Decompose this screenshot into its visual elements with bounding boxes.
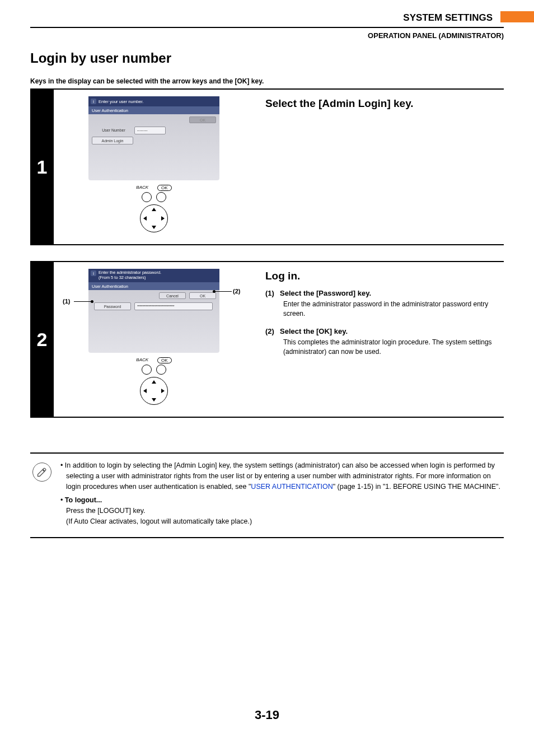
screen-title-wrap: Enter the administrator password. (From … [99,270,161,280]
substep-label: Select the [OK] key. [280,327,348,335]
notes-block: In addition to login by selecting the [A… [30,452,504,538]
arrow-left-icon [143,389,147,393]
user-number-label: User Number [94,127,133,134]
callout-2-label: (2) [233,288,240,295]
screen-titlebar: i Enter your user number. [88,96,219,106]
ok-label: OK [157,185,172,191]
ok-button-physical[interactable] [156,192,166,202]
rule [30,537,504,538]
note-1b: " (page 1-15) in "1. BEFORE USING THE MA… [333,483,500,491]
callout-dot [91,300,93,303]
step-number: 2 [30,262,54,417]
substep-num: (2) [265,327,280,335]
substep-label: Select the [Password] key. [280,289,371,297]
step-2: 2 i Enter the administrator password. (F… [30,261,504,418]
step-title: Select the [Admin Login] key. [265,97,504,110]
password-button[interactable]: Password [94,302,131,310]
step-number: 1 [30,90,54,244]
password-field[interactable]: ************************************ [134,302,213,310]
note-2-line1: Press the [LOGOUT] key. [66,507,145,515]
callout-line [215,291,232,292]
ok-button[interactable]: OK [189,292,216,299]
panel-controls: BACK OK [88,357,219,405]
rule [30,88,504,90]
back-label: BACK [136,185,148,191]
note-2-title: To logout... [65,496,102,504]
substep-2: (2)Select the [OK] key. [265,327,504,335]
step-1: 1 i Enter your user number. User Authent… [30,88,504,245]
note-item-2: To logout... Press the [LOGOUT] key. (If… [60,495,504,526]
arrow-left-icon [143,216,147,221]
rule [30,244,504,245]
rule [30,417,504,418]
header-accent [500,11,534,22]
screen-illustration: i Enter the administrator password. (Fro… [88,269,219,353]
back-button[interactable] [142,365,152,375]
arrow-right-icon [161,389,165,393]
panel-controls: BACK OK [88,185,219,232]
user-number-field[interactable]: -------- [134,127,166,134]
arrow-down-icon [152,398,156,402]
step-instruction: Select the [Admin Login] key. [265,97,504,116]
substep-desc: Enter the administrator password in the … [283,300,504,319]
note-2-line2: (If Auto Clear activates, logout will au… [66,517,252,525]
info-icon: i [91,270,96,276]
screen-subtitlebar: User Authentication [88,106,219,114]
user-auth-link[interactable]: USER AUTHENTICATION [251,483,332,491]
section-title: SYSTEM SETTINGS [403,12,493,24]
page-title: Login by user number [30,50,171,66]
substep-num: (1) [265,289,280,297]
pencil-icon [32,463,51,482]
note-item-1: In addition to login by selecting the [A… [60,460,504,492]
info-icon: i [91,99,96,104]
back-label: BACK [136,357,148,363]
arrow-right-icon [161,216,165,221]
page-number: 3-19 [0,708,534,722]
rule [30,261,504,262]
notes-text: In addition to login by selecting the [A… [60,460,504,530]
dpad[interactable] [140,377,168,405]
page-intro: Keys in the display can be selected with… [30,77,264,85]
callout-line [74,301,92,302]
arrow-up-icon [152,380,156,384]
subsection-title: OPERATION PANEL (ADMINISTRATOR) [368,31,504,40]
substep-desc: This completes the administrator login p… [283,338,504,357]
substep-1: (1)Select the [Password] key. [265,289,504,297]
admin-login-button[interactable]: Admin Login [92,137,133,144]
step-instruction: Log in. (1)Select the [Password] key. En… [265,270,504,365]
header-rule [30,27,504,28]
step-title: Log in. [265,270,504,282]
arrow-down-icon [152,226,156,229]
ok-label: OK [157,357,172,363]
callout-dot [213,290,216,293]
screen-subtitlebar: User Authentication [88,282,219,290]
screen-title-line1: Enter the administrator password. [99,270,161,275]
callout-1-label: (1) [63,298,70,305]
dpad[interactable] [140,204,168,232]
screen-illustration: i Enter your user number. User Authentic… [88,96,219,180]
screen-title-line2: (From 5 to 32 characters) [99,275,146,280]
ok-button[interactable]: OK [189,116,216,123]
screen-title: Enter your user number. [99,99,143,104]
screen-titlebar: i Enter the administrator password. (Fro… [88,269,219,282]
arrow-up-icon [152,208,156,211]
ok-button-physical[interactable] [156,365,166,375]
back-button[interactable] [142,192,152,202]
cancel-button[interactable]: Cancel [159,292,186,299]
